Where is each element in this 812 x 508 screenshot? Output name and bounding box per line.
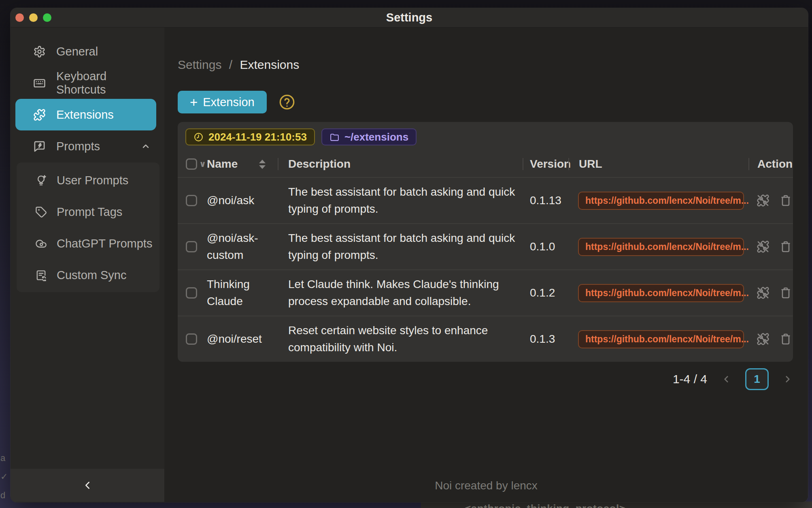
sidebar-item-label: General: [56, 45, 98, 58]
disable-extension-button[interactable]: [757, 240, 769, 253]
extension-version: 0.1.13: [530, 194, 561, 207]
sidebar-item-general[interactable]: General: [15, 36, 156, 67]
extensions-table-card: 2024-11-19 21:10:53 ~/extensions ∨: [178, 122, 793, 362]
breadcrumb: Settings / Extensions: [178, 58, 794, 72]
minimize-button[interactable]: [29, 13, 38, 22]
extension-version: 0.1.2: [530, 286, 555, 299]
sidebar-item-label: Keyboard Shortcuts: [56, 70, 156, 96]
extensions-directory-value: ~/extensions: [344, 131, 408, 143]
sidebar-item-custom-sync[interactable]: Custom Sync: [17, 259, 159, 291]
sidebar-item-extensions[interactable]: Extensions: [15, 99, 156, 130]
extensions-directory-badge[interactable]: ~/extensions: [321, 128, 417, 145]
extension-url-link[interactable]: https://github.com/lencx/Noi/tree/m...: [578, 192, 744, 210]
delete-extension-button[interactable]: [779, 286, 792, 299]
sidebar-item-keyboard-shortcuts[interactable]: Keyboard Shortcuts: [15, 67, 156, 99]
zoom-button[interactable]: [43, 13, 51, 22]
puzzle-off-icon: [757, 194, 769, 207]
meta-badges: 2024-11-19 21:10:53 ~/extensions: [178, 122, 793, 151]
puzzle-icon: [33, 109, 46, 121]
column-header-name: Name: [207, 158, 238, 171]
desktop-background: a ✓ d <anthropic_thinking_protocol> Sett…: [0, 0, 812, 508]
chevron-right-icon: [782, 374, 793, 384]
sidebar-item-prompt-tags[interactable]: Prompt Tags: [17, 196, 159, 228]
window-title: Settings: [386, 11, 432, 24]
table-row: Thinking Claude Let Claude think. Makes …: [178, 269, 793, 316]
delete-extension-button[interactable]: [779, 240, 792, 253]
previous-page-button[interactable]: [721, 374, 731, 384]
sort-toggle[interactable]: [259, 160, 266, 169]
extension-url-link[interactable]: https://github.com/lencx/Noi/tree/m...: [578, 238, 744, 256]
column-header-version: Version: [530, 158, 571, 171]
row-checkbox[interactable]: [186, 287, 197, 299]
background-char: a: [0, 449, 11, 467]
page-number-button[interactable]: 1: [745, 368, 769, 390]
row-checkbox[interactable]: [186, 241, 197, 252]
select-all-checkbox[interactable]: [186, 158, 197, 170]
titlebar: Settings: [11, 8, 808, 28]
sidebar-item-label: Prompts: [56, 140, 100, 153]
extension-name: @noi/ask: [207, 192, 254, 209]
add-extension-button[interactable]: + Extension: [178, 91, 267, 113]
delete-extension-button[interactable]: [779, 333, 792, 346]
puzzle-off-icon: [757, 240, 769, 253]
background-edge-text: a ✓ d: [0, 449, 11, 505]
sidebar-item-label: ChatGPT Prompts: [57, 237, 152, 250]
background-char: ✓: [0, 467, 11, 486]
traffic-lights: [15, 8, 51, 27]
next-page-button[interactable]: [782, 374, 793, 384]
sidebar-item-label: Extensions: [56, 108, 114, 122]
extension-name: @noi/ask-custom: [207, 230, 274, 264]
column-header-description: Description: [288, 158, 351, 171]
settings-window: Settings General Keyboard Shortcuts Exte…: [11, 8, 808, 502]
trash-icon: [779, 333, 792, 346]
timestamp-badge: 2024-11-19 21:10:53: [185, 128, 315, 145]
pagination-range: 1-4 / 4: [673, 372, 707, 386]
extension-description: Reset certain website styles to enhance …: [288, 316, 523, 362]
close-button[interactable]: [15, 13, 24, 22]
trash-icon: [779, 286, 792, 299]
cloud-icon: [35, 238, 47, 250]
column-divider: [523, 158, 523, 170]
disable-extension-button[interactable]: [757, 194, 769, 207]
extension-version: 0.1.3: [530, 333, 555, 346]
sidebar: General Keyboard Shortcuts Extensions Pr…: [11, 28, 164, 502]
table-row: @noi/ask The best assistant for batch as…: [178, 177, 793, 223]
file-sync-icon: [35, 269, 47, 281]
disable-extension-button[interactable]: [757, 333, 769, 346]
disable-extension-button[interactable]: [757, 286, 769, 299]
extension-url-link[interactable]: https://github.com/lencx/Noi/tree/m...: [578, 284, 744, 302]
column-header-url: URL: [579, 158, 602, 171]
timestamp-value: 2024-11-19 21:10:53: [208, 131, 307, 143]
extension-name: @noi/reset: [207, 331, 262, 348]
breadcrumb-settings[interactable]: Settings: [178, 58, 221, 71]
column-divider: [568, 158, 569, 170]
delete-extension-button[interactable]: [779, 194, 792, 207]
chevron-left-icon: [81, 479, 94, 491]
sidebar-item-label: Custom Sync: [57, 269, 126, 282]
extension-description: Let Claude think. Makes Claude's thinkin…: [288, 270, 523, 316]
column-header-action: Action: [757, 158, 793, 171]
chevron-up-icon[interactable]: [141, 141, 151, 151]
sidebar-item-chatgpt-prompts[interactable]: ChatGPT Prompts: [17, 228, 159, 259]
table-row: @noi/reset Reset certain website styles …: [178, 316, 793, 362]
sidebar-item-label: Prompt Tags: [57, 205, 122, 219]
sidebar-item-user-prompts[interactable]: User Prompts: [17, 164, 159, 196]
table-row: @noi/ask-custom The best assistant for b…: [178, 223, 793, 269]
chevron-left-icon: [721, 374, 731, 384]
row-checkbox[interactable]: [186, 333, 197, 345]
bulb-sparkle-icon: [35, 175, 47, 186]
breadcrumb-current: Extensions: [240, 58, 299, 71]
question-circle-icon: [279, 94, 295, 110]
puzzle-off-icon: [757, 286, 769, 299]
background-char: d: [0, 486, 11, 505]
help-button[interactable]: [279, 94, 295, 110]
extension-url-link[interactable]: https://github.com/lencx/Noi/tree/m...: [578, 330, 744, 348]
prompts-submenu: User Prompts Prompt Tags ChatGPT Prompts…: [17, 162, 159, 292]
row-checkbox[interactable]: [186, 195, 197, 206]
extension-version: 0.1.0: [530, 240, 555, 253]
keyboard-icon: [33, 77, 46, 90]
column-divider: [748, 158, 749, 170]
background-partial-text: <anthropic_thinking_protocol>: [465, 502, 625, 508]
sidebar-collapse-button[interactable]: [11, 469, 164, 502]
sidebar-item-prompts[interactable]: Prompts: [15, 130, 156, 162]
